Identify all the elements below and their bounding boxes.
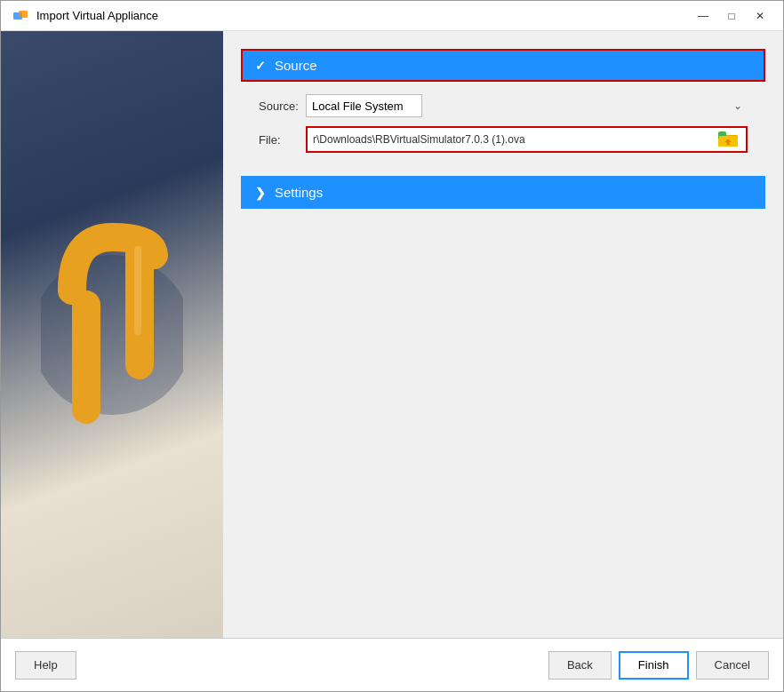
minimize-button[interactable]: — <box>691 6 716 26</box>
svg-rect-1 <box>19 11 28 18</box>
source-select-wrapper: Local File System URL <box>306 94 748 117</box>
spacer <box>241 219 765 638</box>
file-label: File: <box>259 133 299 147</box>
settings-section-header[interactable]: ❯ Settings <box>241 176 765 209</box>
bottom-left: Help <box>15 651 548 680</box>
folder-icon <box>718 131 738 147</box>
arrow-illustration <box>41 211 183 459</box>
file-input-wrapper: r\Downloads\RBVirtualSimulator7.0.3 (1).… <box>306 126 748 153</box>
file-path-text: r\Downloads\RBVirtualSimulator7.0.3 (1).… <box>313 133 716 146</box>
source-section: ✓ Source Source: Local File System URL <box>241 49 765 165</box>
svg-rect-12 <box>718 134 726 136</box>
main-content: ✓ Source Source: Local File System URL <box>1 31 783 638</box>
right-panel: ✓ Source Source: Local File System URL <box>223 31 783 638</box>
file-browse-button[interactable] <box>716 129 740 150</box>
source-select[interactable]: Local File System URL <box>306 94 422 117</box>
svg-rect-6 <box>134 246 141 335</box>
svg-rect-15 <box>727 142 730 145</box>
cancel-button[interactable]: Cancel <box>696 651 769 680</box>
file-form-row: File: r\Downloads\RBVirtualSimulator7.0.… <box>259 126 748 153</box>
finish-button[interactable]: Finish <box>619 651 689 680</box>
bottom-right: Back Finish Cancel <box>548 651 769 680</box>
back-button[interactable]: Back <box>548 651 612 680</box>
source-section-label: Source <box>275 58 317 73</box>
close-button[interactable]: ✕ <box>748 6 772 26</box>
source-section-header[interactable]: ✓ Source <box>241 49 765 82</box>
app-logo <box>12 7 29 25</box>
source-label: Source: <box>259 99 299 113</box>
title-bar: Import Virtual Appliance — □ ✕ <box>1 1 783 31</box>
main-window: Import Virtual Appliance — □ ✕ <box>0 0 784 692</box>
source-expand-icon: ✓ <box>255 59 266 73</box>
settings-section-label: Settings <box>275 185 323 200</box>
maximize-button[interactable]: □ <box>719 6 744 26</box>
bottom-bar: Help Back Finish Cancel <box>1 638 783 691</box>
window-controls: — □ ✕ <box>691 6 772 26</box>
source-form-row: Source: Local File System URL <box>259 94 748 117</box>
settings-expand-icon: ❯ <box>255 186 266 200</box>
settings-section: ❯ Settings <box>241 176 765 209</box>
help-button[interactable]: Help <box>15 651 76 680</box>
source-section-content: Source: Local File System URL File: r\Do <box>241 82 765 165</box>
window-title: Import Virtual Appliance <box>36 9 691 22</box>
left-illustration-panel <box>1 31 223 638</box>
